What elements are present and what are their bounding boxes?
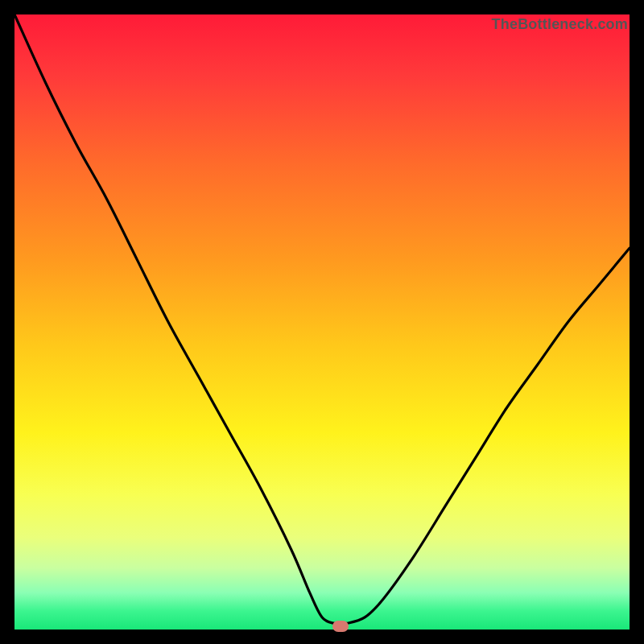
chart-frame: TheBottleneck.com (0, 0, 644, 644)
bottleneck-curve (14, 14, 630, 630)
plot-area: TheBottleneck.com (14, 14, 630, 630)
optimum-marker (332, 621, 349, 632)
